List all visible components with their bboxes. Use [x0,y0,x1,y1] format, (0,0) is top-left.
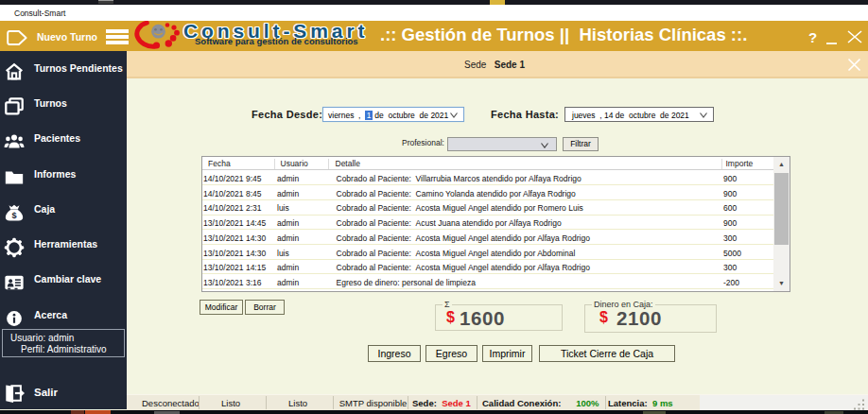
svg-text:$: $ [11,211,16,220]
